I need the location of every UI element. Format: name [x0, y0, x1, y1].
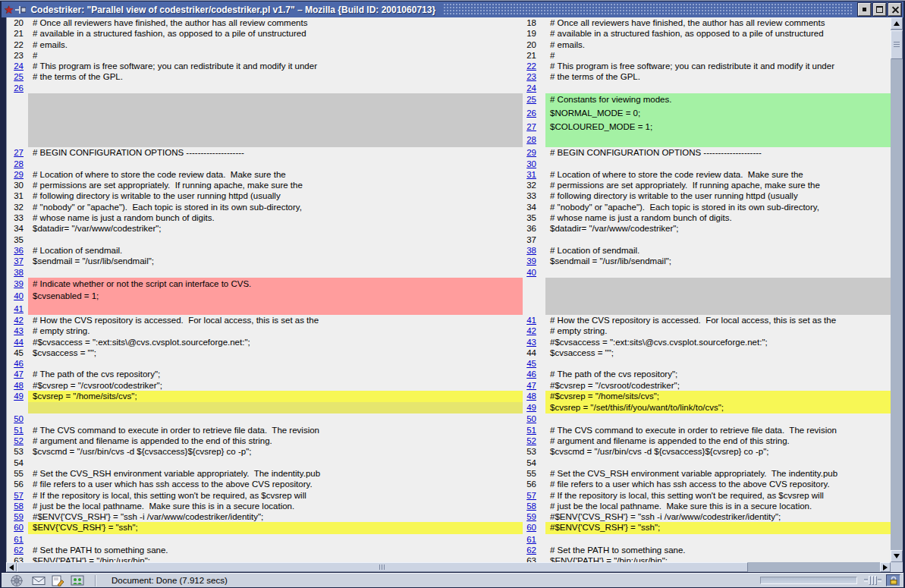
- line-number-link[interactable]: 28: [526, 135, 536, 144]
- line-number-link[interactable]: 44: [14, 338, 24, 347]
- line-number-link[interactable]: 25: [526, 95, 536, 104]
- line-number-link[interactable]: 27: [526, 122, 536, 131]
- line-number-link[interactable]: 36: [14, 246, 24, 255]
- line-number-link[interactable]: 22: [526, 61, 536, 71]
- scroll-right-button[interactable]: [880, 562, 891, 572]
- line-number-link[interactable]: 50: [14, 414, 24, 423]
- line-number-link[interactable]: 25: [14, 72, 24, 81]
- line-number-link[interactable]: 49: [14, 391, 24, 401]
- statusbar-grippy[interactable]: [863, 576, 881, 585]
- line-number-link[interactable]: 46: [526, 369, 536, 379]
- line-number: 56: [526, 480, 536, 489]
- line-number-link[interactable]: 38: [14, 268, 24, 277]
- diff-row: 5050: [7, 413, 891, 424]
- mail-icon[interactable]: [32, 576, 46, 586]
- line-number-link[interactable]: 40: [14, 291, 24, 300]
- line-number-link[interactable]: 59: [526, 512, 536, 521]
- maximize-button[interactable]: [873, 3, 886, 16]
- addressbook-icon[interactable]: [71, 575, 84, 586]
- line-number-link[interactable]: 59: [14, 512, 24, 521]
- line-number-link[interactable]: 26: [14, 83, 24, 93]
- code-line-right: # Location of sendmail.: [545, 245, 891, 256]
- code-line-left: # This program is free software; you can…: [28, 61, 523, 71]
- maximize-icon: [876, 6, 883, 13]
- right-line-number-cell: [523, 278, 545, 290]
- security-lock-button[interactable]: [886, 574, 900, 586]
- line-number-link[interactable]: 62: [526, 546, 536, 555]
- line-number-link[interactable]: 48: [526, 391, 536, 401]
- line-number-link[interactable]: 51: [14, 426, 24, 435]
- line-number-link[interactable]: 40: [526, 268, 536, 277]
- code-line-left: # empty string.: [28, 325, 523, 336]
- code-line-left: [28, 402, 523, 413]
- line-number-link[interactable]: 28: [14, 159, 24, 168]
- code-line-right: $NORMAL_MODE = 0;: [545, 107, 891, 121]
- line-number-link[interactable]: 30: [526, 159, 536, 168]
- line-number-link[interactable]: 38: [526, 246, 536, 255]
- line-number-link[interactable]: 39: [526, 256, 536, 266]
- vertical-scrollbar-thumb[interactable]: [891, 30, 903, 59]
- line-number-link[interactable]: 24: [526, 83, 536, 93]
- left-line-number-cell: 53: [7, 446, 28, 457]
- code-line-right: # How the CVS repository is accessed. Fo…: [545, 315, 891, 325]
- line-number-link[interactable]: 46: [14, 359, 24, 368]
- line-number-link[interactable]: 48: [14, 381, 24, 390]
- code-line-left: #$cvsrep = "/cvsroot/codestriker";: [28, 380, 523, 391]
- line-number-link[interactable]: 58: [14, 502, 24, 511]
- line-number-link[interactable]: 57: [14, 491, 24, 500]
- line-number-link[interactable]: 37: [14, 256, 24, 266]
- diff-row: 3840: [7, 267, 891, 278]
- horizontal-scrollbar-thumb[interactable]: [17, 562, 748, 572]
- line-number-link[interactable]: 31: [526, 170, 536, 179]
- window-titlebar[interactable]: ★ Codestriker: "Parallel view of codestr…: [2, 2, 903, 17]
- line-number-link[interactable]: 41: [526, 316, 536, 325]
- navigator-icon[interactable]: [8, 574, 26, 587]
- line-number-link[interactable]: 29: [14, 170, 24, 179]
- line-number-link[interactable]: 42: [526, 326, 536, 335]
- vertical-scrollbar[interactable]: [891, 17, 903, 562]
- line-number-link[interactable]: 39: [14, 279, 24, 288]
- left-line-number-cell: 48: [7, 380, 28, 391]
- scroll-down-button[interactable]: [891, 550, 903, 562]
- scroll-up-button[interactable]: [891, 17, 903, 30]
- line-number-link[interactable]: 29: [526, 148, 536, 157]
- line-number-link[interactable]: 43: [526, 338, 536, 347]
- right-line-number-cell: 47: [523, 380, 545, 391]
- code-line-left: [28, 134, 523, 147]
- diff-row: 25# Constants for viewing modes.: [7, 93, 891, 107]
- line-number-link[interactable]: 41: [14, 304, 24, 313]
- diff-row: 33# whose name is just a random bunch of…: [7, 212, 891, 223]
- line-number-link[interactable]: 26: [526, 108, 536, 118]
- code-line-left: # argument and filename is appended to t…: [28, 435, 523, 446]
- line-number-link[interactable]: 57: [526, 491, 536, 500]
- line-number-link[interactable]: 52: [14, 436, 24, 445]
- line-number-link[interactable]: 42: [14, 316, 24, 325]
- diff-row: 55# Set the CVS_RSH environment variable…: [7, 468, 891, 479]
- line-number-link[interactable]: 43: [14, 326, 24, 335]
- line-number-link[interactable]: 51: [526, 426, 536, 435]
- horizontal-scrollbar[interactable]: [6, 562, 891, 572]
- close-button[interactable]: [888, 3, 901, 16]
- line-number-link[interactable]: 60: [526, 523, 536, 532]
- line-number-link[interactable]: 49: [526, 403, 536, 412]
- minimize-button[interactable]: [858, 3, 871, 16]
- composer-icon[interactable]: [52, 575, 64, 586]
- line-number-link[interactable]: 60: [14, 523, 24, 532]
- right-line-number-cell: 28: [523, 134, 545, 147]
- line-number-link[interactable]: 47: [14, 369, 24, 379]
- line-number-link[interactable]: 58: [526, 502, 536, 511]
- window-menu-star-icon[interactable]: ★: [2, 4, 15, 15]
- line-number-link[interactable]: 61: [526, 535, 536, 544]
- line-number-link[interactable]: 52: [526, 436, 536, 445]
- line-number-link[interactable]: 61: [14, 535, 24, 544]
- right-line-number-cell: 56: [523, 479, 545, 489]
- line-number-link[interactable]: 27: [14, 148, 24, 157]
- window-pin-icon[interactable]: [15, 5, 26, 15]
- line-number-link[interactable]: 24: [14, 61, 24, 71]
- line-number-link[interactable]: 62: [14, 546, 24, 555]
- line-number-link[interactable]: 47: [526, 381, 536, 390]
- line-number-link[interactable]: 23: [526, 72, 536, 81]
- line-number-link[interactable]: 45: [526, 359, 536, 368]
- scroll-left-button[interactable]: [6, 562, 17, 572]
- line-number-link[interactable]: 50: [526, 414, 536, 423]
